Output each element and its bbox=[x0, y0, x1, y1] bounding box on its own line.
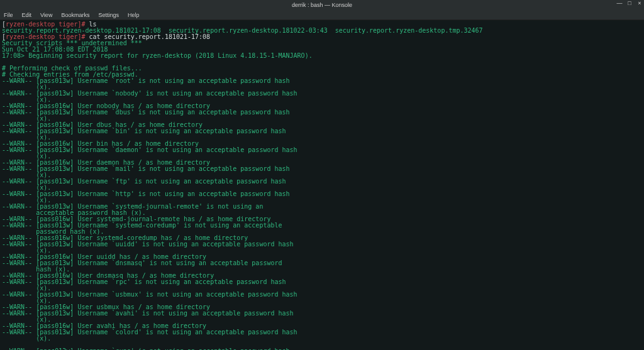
menu-edit[interactable]: Edit bbox=[22, 12, 32, 18]
menu-bar: File Edit View Bookmarks Settings Help bbox=[0, 10, 644, 20]
window-titlebar: derrik : bash — Konsole — □ × bbox=[0, 0, 644, 10]
menu-file[interactable]: File bbox=[4, 12, 13, 18]
maximize-button[interactable]: □ bbox=[626, 0, 633, 6]
close-button[interactable]: × bbox=[636, 0, 643, 6]
window-title: derrik : bash — Konsole bbox=[292, 2, 352, 8]
menu-view[interactable]: View bbox=[40, 12, 52, 18]
menu-help[interactable]: Help bbox=[128, 12, 140, 18]
window-controls: — □ × bbox=[616, 0, 643, 6]
minimize-button[interactable]: — bbox=[616, 0, 623, 6]
menu-bookmarks[interactable]: Bookmarks bbox=[61, 12, 89, 18]
terminal-viewport[interactable]: [ryzen-desktop tiger]# ls security.repor… bbox=[0, 20, 644, 350]
cat-output: Security scripts *** undetermined *** Su… bbox=[2, 40, 313, 350]
menu-settings[interactable]: Settings bbox=[98, 12, 119, 18]
